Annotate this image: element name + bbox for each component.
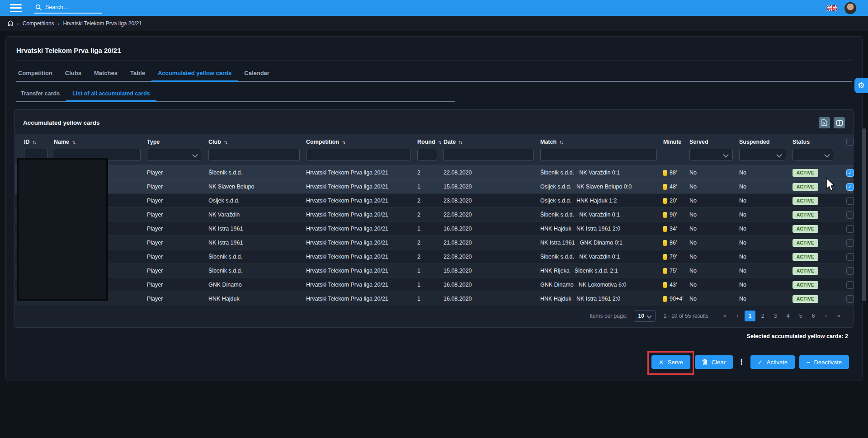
tab-clubs[interactable]: Clubs [59, 66, 88, 81]
cell-served: No [689, 170, 739, 176]
type-filter-select[interactable] [147, 149, 202, 160]
sort-icon[interactable]: ↑↓ [72, 139, 76, 145]
cell-match: Šibenik s.d.d. - NK Varaždin 0:1 [540, 254, 663, 260]
results-count: 1 - 10 of 55 results [664, 313, 708, 319]
page-button-5[interactable]: 5 [795, 311, 806, 321]
competition-filter-input[interactable] [306, 149, 411, 160]
cell-match: GNK Dinamo - NK Lokomotiva 6:0 [540, 282, 663, 288]
cell-suspended: No [739, 240, 793, 246]
row-checkbox[interactable] [846, 253, 854, 261]
row-checkbox[interactable] [846, 239, 854, 247]
page-button-4[interactable]: 4 [783, 311, 793, 321]
page-button-3[interactable]: 3 [770, 311, 781, 321]
suspended-filter-select[interactable] [739, 149, 786, 160]
items-per-page-select[interactable]: 10 [634, 310, 656, 322]
redaction-overlay [17, 158, 108, 301]
breadcrumb-item-competition-name[interactable]: Hrvatski Telekom Prva liga 20/21 [63, 20, 142, 27]
cell-type: Player [147, 212, 208, 218]
column-header-id[interactable]: ID↑↓ [24, 139, 54, 145]
global-search[interactable] [34, 3, 102, 14]
club-filter-input[interactable] [208, 149, 300, 160]
prev-page-button[interactable]: ‹ [732, 311, 743, 321]
tab-calendar[interactable]: Calendar [238, 66, 276, 81]
column-header-match[interactable]: Match↑↓ [540, 139, 663, 145]
cell-suspended: No [739, 296, 793, 302]
table-row[interactable]: PlayerŠibenik s.d.d.Hrvatski Telekom Prv… [15, 264, 853, 278]
subtab-list-of-all-accumulated-cards[interactable]: List of all accumulated cards [66, 87, 156, 101]
table-row[interactable]: PlayerNK VaraždinHrvatski Telekom Prva l… [15, 207, 853, 221]
columns-button[interactable] [834, 117, 845, 128]
row-checkbox[interactable] [846, 211, 854, 219]
items-per-page-label: Items per page: [590, 313, 627, 319]
export-file-button[interactable] [819, 117, 830, 128]
table-row[interactable]: PlayerŠibenik s.d.d.Hrvatski Telekom Prv… [15, 250, 853, 264]
cell-club: NK Istra 1961 [208, 240, 306, 246]
round-filter-input[interactable] [417, 149, 437, 160]
date-filter-input[interactable] [443, 149, 534, 160]
column-header-status: Status [793, 139, 840, 145]
column-header-date[interactable]: Date↑↓ [443, 139, 540, 145]
cell-served: No [689, 268, 739, 274]
user-avatar[interactable] [844, 2, 856, 14]
table-row[interactable]: PlayerGNK DinamoHrvatski Telekom Prva li… [15, 278, 853, 292]
next-page-button[interactable]: › [821, 311, 831, 321]
activate-button[interactable]: ✓ Activate [750, 355, 795, 369]
page-button-2[interactable]: 2 [757, 311, 768, 321]
match-filter-input[interactable] [540, 149, 657, 160]
table-row[interactable]: PlayerNK Istra 1961Hrvatski Telekom Prva… [15, 235, 853, 250]
serve-button[interactable]: ✕ Serve [651, 355, 690, 369]
subtab-transfer-cards[interactable]: Transfer cards [16, 87, 66, 101]
select-all-checkbox[interactable] [846, 138, 854, 146]
cell-minute: 90+4' [663, 296, 689, 302]
row-checkbox[interactable]: ✓ [846, 183, 854, 191]
first-page-button[interactable]: « [719, 311, 730, 321]
row-checkbox[interactable] [846, 281, 854, 289]
table-row[interactable]: PlayerOsijek s.d.d.Hrvatski Telekom Prva… [15, 193, 853, 207]
settings-button[interactable]: ⚙ [854, 78, 868, 93]
column-header-club[interactable]: Club↑↓ [208, 139, 306, 145]
cell-round: 2 [417, 254, 443, 260]
cell-type: Player [147, 240, 208, 246]
row-checkbox[interactable]: ✓ [846, 169, 854, 177]
yellow-card-icon [663, 170, 667, 176]
more-options-button[interactable]: ⋮ [737, 360, 746, 364]
tab-matches[interactable]: Matches [88, 66, 124, 81]
row-checkbox[interactable] [846, 225, 854, 233]
column-label: Served [689, 139, 708, 145]
served-filter-select[interactable] [689, 149, 733, 160]
sort-icon[interactable]: ↑↓ [33, 139, 37, 145]
home-icon[interactable] [7, 20, 14, 26]
sort-icon[interactable]: ↑↓ [458, 139, 462, 145]
breadcrumb-item-competitions[interactable]: Competitions [23, 20, 54, 27]
row-checkbox[interactable] [846, 267, 854, 275]
search-input[interactable] [45, 4, 95, 10]
sort-icon[interactable]: ↑↓ [342, 139, 346, 145]
tab-table[interactable]: Table [124, 66, 151, 81]
last-page-button[interactable]: » [833, 311, 844, 321]
page-button-1[interactable]: 1 [745, 311, 755, 321]
column-header-round[interactable]: Round↑↓ [417, 139, 443, 145]
cell-match: HNK Rijeka - Šibenik s.d.d. 2:1 [540, 268, 663, 274]
clear-button[interactable]: Clear [695, 355, 733, 369]
tab-competition[interactable]: Competition [16, 66, 59, 81]
table-row[interactable]: PlayerŠibenik s.d.d.Hrvatski Telekom Prv… [15, 165, 853, 179]
table-row[interactable]: PlayerNK Slaven BelupoHrvatski Telekom P… [15, 179, 853, 193]
column-header-name[interactable]: Name↑↓ [54, 139, 147, 145]
table-row[interactable]: PlayerHNK HajdukHrvatski Telekom Prva li… [15, 292, 853, 306]
row-checkbox[interactable] [846, 197, 854, 205]
table-row[interactable]: PlayerNK Istra 1961Hrvatski Telekom Prva… [15, 221, 853, 235]
column-header-competition[interactable]: Competition↑↓ [306, 139, 417, 145]
page-button-6[interactable]: 6 [808, 311, 819, 321]
language-flag-icon[interactable] [827, 5, 837, 11]
yellow-card-icon [663, 268, 667, 274]
sort-icon[interactable]: ↑↓ [438, 139, 442, 145]
cell-club: HNK Hajduk [208, 296, 306, 302]
tab-accumulated-yellow-cards[interactable]: Accumulated yellow cards [151, 66, 238, 81]
row-checkbox[interactable] [846, 295, 854, 303]
sort-icon[interactable]: ↑↓ [224, 139, 228, 145]
sort-icon[interactable]: ↑↓ [559, 139, 563, 145]
hamburger-menu-icon[interactable] [10, 4, 22, 12]
vertical-scrollbar[interactable] [862, 128, 866, 301]
status-filter-select[interactable] [793, 149, 834, 160]
deactivate-button[interactable]: − Deactivate [799, 355, 849, 369]
